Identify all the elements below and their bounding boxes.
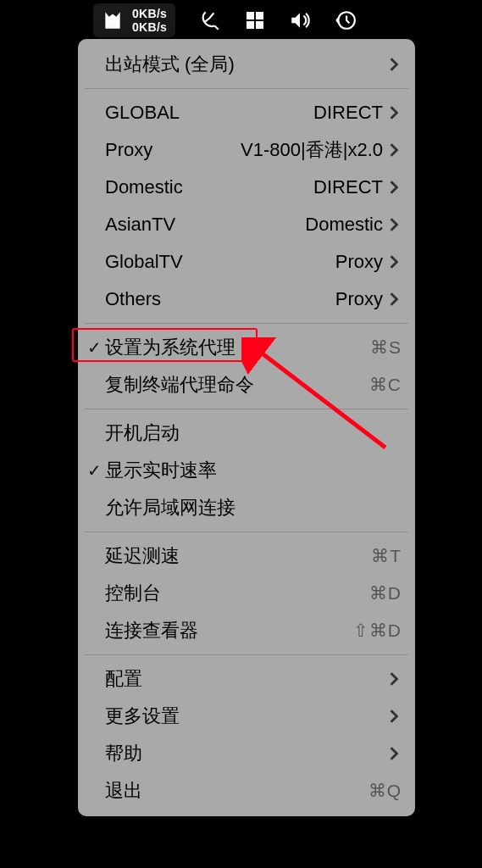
rule-name: Others <box>105 288 161 310</box>
rule-name: Proxy <box>105 139 152 161</box>
timemachine-icon[interactable] <box>335 3 357 37</box>
rule-name: AsianTV <box>105 214 175 236</box>
menu-label: 开机启动 <box>105 420 180 446</box>
speed-down-text: 0KB/s <box>132 20 167 34</box>
separator <box>85 531 408 532</box>
macos-menubar: 0KB/s 0KB/s <box>0 3 482 37</box>
separator <box>85 409 408 409</box>
shortcut-text: ⌘D <box>369 583 402 604</box>
separator <box>85 654 408 655</box>
shortcut-text: ⌘C <box>369 375 402 395</box>
menu-label: 显示实时速率 <box>105 458 217 483</box>
shortcut-text: ⇧⌘D <box>353 620 402 641</box>
menu-label: 控制台 <box>105 581 161 606</box>
chevron-right-icon <box>390 747 402 760</box>
rule-name: GlobalTV <box>105 251 183 273</box>
rule-name: Domestic <box>105 176 183 198</box>
svg-rect-0 <box>247 12 254 19</box>
chevron-right-icon <box>390 106 402 120</box>
rule-value: DIRECT <box>313 102 383 124</box>
shortcut-text: ⌘T <box>371 546 402 566</box>
menu-show-realtime[interactable]: ✓ 显示实时速率 <box>78 452 415 489</box>
separator <box>85 323 408 324</box>
menu-console[interactable]: 控制台 ⌘D <box>78 575 415 612</box>
menu-rule-global[interactable]: GLOBAL DIRECT <box>78 94 415 131</box>
chevron-right-icon <box>390 218 402 231</box>
rule-name: GLOBAL <box>105 102 180 124</box>
menu-label: 设置为系统代理 <box>105 335 235 360</box>
shortcut-text: ⌘S <box>370 337 402 358</box>
chevron-right-icon <box>390 255 402 269</box>
menu-launch-on-login[interactable]: 开机启动 <box>78 415 415 452</box>
clash-dropdown-menu: 出站模式 (全局) GLOBAL DIRECT Proxy V1-800|香港|… <box>78 39 415 816</box>
menu-conn-viewer[interactable]: 连接查看器 ⇧⌘D <box>78 612 415 649</box>
rule-value: V1-800|香港|x2.0 <box>241 137 383 163</box>
menu-label: 配置 <box>105 666 142 692</box>
svg-rect-2 <box>247 21 254 29</box>
chevron-right-icon <box>390 292 402 306</box>
chevron-right-icon <box>390 672 402 686</box>
clash-status-item[interactable]: 0KB/s 0KB/s <box>93 3 175 37</box>
menu-label: 连接查看器 <box>105 618 198 643</box>
menu-rule-asiantv[interactable]: AsianTV Domestic <box>78 206 415 243</box>
checkmark-icon: ✓ <box>83 460 105 481</box>
menu-label: 复制终端代理命令 <box>105 372 254 398</box>
menu-rule-globaltv[interactable]: GlobalTV Proxy <box>78 243 415 281</box>
clash-cat-icon <box>102 9 124 31</box>
rule-value: Proxy <box>335 251 383 273</box>
menu-set-system-proxy[interactable]: ✓ 设置为系统代理 ⌘S <box>78 329 415 366</box>
menu-label: 更多设置 <box>105 704 180 729</box>
menu-allow-lan[interactable]: 允许局域网连接 <box>78 489 415 526</box>
chevron-right-icon <box>390 58 402 71</box>
svg-rect-3 <box>256 21 263 29</box>
rule-value: Proxy <box>335 288 383 310</box>
menu-quit[interactable]: 退出 ⌘Q <box>78 772 415 810</box>
window-manager-icon[interactable] <box>245 3 265 37</box>
chevron-right-icon <box>390 709 402 723</box>
menu-outbound-mode[interactable]: 出站模式 (全局) <box>78 46 415 83</box>
speed-up-text: 0KB/s <box>132 7 167 20</box>
menu-copy-terminal-cmd[interactable]: 复制终端代理命令 ⌘C <box>78 366 415 403</box>
menu-label: 延迟测速 <box>105 543 180 569</box>
menu-latency-test[interactable]: 延迟测速 ⌘T <box>78 537 415 575</box>
volume-icon[interactable] <box>289 3 311 37</box>
menu-label: 允许局域网连接 <box>105 495 235 520</box>
checkmark-icon: ✓ <box>83 337 105 358</box>
chevron-right-icon <box>390 143 402 157</box>
shortcut-text: ⌘Q <box>368 781 402 801</box>
rule-value: Domestic <box>305 214 383 236</box>
menu-more-settings[interactable]: 更多设置 <box>78 698 415 735</box>
speed-indicator: 0KB/s 0KB/s <box>132 7 167 34</box>
menu-help[interactable]: 帮助 <box>78 735 415 772</box>
rule-value: DIRECT <box>313 176 383 198</box>
cleanmymac-icon[interactable] <box>199 3 221 37</box>
menu-label: 出站模式 (全局) <box>105 52 235 77</box>
menu-rule-domestic[interactable]: Domestic DIRECT <box>78 169 415 206</box>
menu-rule-proxy[interactable]: Proxy V1-800|香港|x2.0 <box>78 131 415 169</box>
menu-label: 帮助 <box>105 741 142 766</box>
menu-config[interactable]: 配置 <box>78 660 415 698</box>
menu-rule-others[interactable]: Others Proxy <box>78 281 415 318</box>
separator <box>85 88 408 89</box>
chevron-right-icon <box>390 181 402 194</box>
svg-rect-1 <box>256 12 263 19</box>
menu-label: 退出 <box>105 778 142 804</box>
